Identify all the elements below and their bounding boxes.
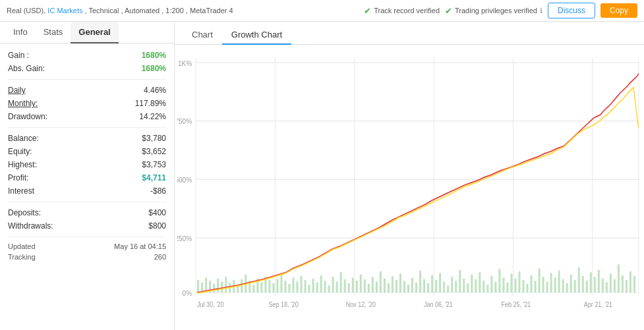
svg-rect-121 xyxy=(610,274,612,292)
svg-rect-87 xyxy=(475,279,477,292)
svg-rect-51 xyxy=(332,277,334,292)
svg-rect-118 xyxy=(598,270,600,292)
growth-chart-svg: 1K% 750% 500% 250% 0% xyxy=(177,50,640,330)
right-panel: Chart Growth Chart 1K% 750% 500% 250% 0% xyxy=(175,22,644,330)
tracking-label: Tracking xyxy=(8,253,36,261)
volume-bars xyxy=(197,264,635,292)
gain-row: Gain : 1680% xyxy=(8,49,166,62)
daily-label[interactable]: Daily xyxy=(8,86,26,95)
svg-rect-122 xyxy=(614,279,616,292)
svg-rect-40 xyxy=(288,284,290,292)
gain-value: 1680% xyxy=(142,51,166,60)
withdrawals-value: $800 xyxy=(148,221,166,231)
svg-rect-99 xyxy=(522,280,524,292)
svg-rect-41 xyxy=(292,278,294,292)
divider-1 xyxy=(8,79,166,80)
chart-tab-chart[interactable]: Chart xyxy=(183,26,222,45)
tracking-row: Tracking 260 xyxy=(8,252,166,262)
drawdown-row: Drawdown: 14.22% xyxy=(8,110,166,123)
svg-rect-108 xyxy=(558,271,560,292)
svg-text:Apr 21, '21: Apr 21, '21 xyxy=(584,301,612,309)
balance-row: Balance: $3,780 xyxy=(8,132,166,145)
deposits-label: Deposits: xyxy=(8,208,41,217)
svg-rect-43 xyxy=(301,276,303,292)
svg-rect-54 xyxy=(344,279,346,292)
svg-rect-58 xyxy=(360,275,362,292)
svg-rect-117 xyxy=(594,277,596,292)
check-icon-1: ✔ xyxy=(364,6,371,16)
tab-info[interactable]: Info xyxy=(5,22,36,43)
tab-stats[interactable]: Stats xyxy=(36,22,71,43)
svg-rect-65 xyxy=(388,283,390,292)
svg-rect-24 xyxy=(225,277,227,292)
svg-rect-92 xyxy=(494,281,496,292)
withdrawals-row: Withdrawals: $800 xyxy=(8,219,166,233)
updated-label: Updated xyxy=(8,242,36,250)
info-icon: ℹ xyxy=(540,7,542,15)
discuss-button[interactable]: Discuss xyxy=(548,3,595,18)
svg-rect-77 xyxy=(435,280,437,292)
svg-rect-68 xyxy=(399,274,401,292)
svg-rect-71 xyxy=(411,278,413,292)
svg-rect-67 xyxy=(395,280,397,292)
svg-text:0%: 0% xyxy=(183,289,192,297)
svg-rect-103 xyxy=(539,268,541,292)
svg-rect-72 xyxy=(415,283,417,292)
ic-markets-link[interactable]: IC Markets xyxy=(47,7,82,14)
tab-general[interactable]: General xyxy=(71,22,118,43)
svg-rect-79 xyxy=(443,281,445,292)
account-info: Real (USD), IC Markets , Technical , Aut… xyxy=(7,7,233,14)
svg-rect-74 xyxy=(423,279,425,292)
svg-rect-52 xyxy=(336,281,338,292)
svg-rect-37 xyxy=(276,279,278,292)
svg-rect-53 xyxy=(340,272,342,292)
svg-rect-84 xyxy=(463,279,465,292)
profit-value: $4,711 xyxy=(142,173,166,182)
deposits-value: $400 xyxy=(148,208,166,217)
equity-value: $3,652 xyxy=(142,147,166,156)
interest-row: Interest -$86 xyxy=(8,184,166,198)
svg-rect-124 xyxy=(622,275,624,292)
divider-3 xyxy=(8,202,166,202)
svg-rect-101 xyxy=(531,275,533,292)
svg-text:Nov 12, '20: Nov 12, '20 xyxy=(346,301,376,309)
trading-privileges-badge: ✔ Trading privileges verified ℹ xyxy=(445,6,542,16)
monthly-label[interactable]: Monthly: xyxy=(8,99,38,108)
left-panel: Info Stats General Gain : 1680% Abs. Gai… xyxy=(0,22,175,330)
svg-rect-47 xyxy=(316,283,318,292)
top-bar: Real (USD), IC Markets , Technical , Aut… xyxy=(0,0,644,22)
svg-rect-57 xyxy=(356,281,358,292)
svg-rect-123 xyxy=(618,264,620,292)
balance-label: Balance: xyxy=(8,134,39,143)
trading-privileges-text: Trading privileges verified xyxy=(455,7,537,14)
svg-rect-44 xyxy=(305,280,307,292)
svg-rect-50 xyxy=(328,285,330,292)
svg-rect-70 xyxy=(407,285,409,292)
daily-value: 4.46% xyxy=(144,86,166,95)
svg-rect-97 xyxy=(514,279,516,292)
svg-rect-42 xyxy=(297,281,299,292)
svg-rect-76 xyxy=(431,275,433,292)
svg-rect-114 xyxy=(582,276,584,292)
highest-label: Highest: xyxy=(8,160,37,169)
equity-row: Equity: $3,652 xyxy=(8,145,166,158)
svg-rect-35 xyxy=(268,280,270,292)
svg-rect-22 xyxy=(217,279,219,292)
svg-rect-100 xyxy=(527,284,529,292)
svg-rect-17 xyxy=(197,280,199,292)
svg-rect-120 xyxy=(606,283,608,292)
svg-rect-125 xyxy=(626,280,628,292)
svg-rect-21 xyxy=(213,284,215,292)
track-record-text: Track record verified xyxy=(374,7,440,14)
copy-button[interactable]: Copy xyxy=(600,3,637,18)
chart-tab-growth[interactable]: Growth Chart xyxy=(222,26,291,45)
svg-text:Jan 06, '21: Jan 06, '21 xyxy=(424,301,453,309)
svg-rect-60 xyxy=(368,284,370,292)
svg-rect-75 xyxy=(427,283,429,292)
svg-rect-89 xyxy=(483,281,484,292)
abs-gain-row: Abs. Gain: 1680% xyxy=(8,62,166,75)
svg-rect-45 xyxy=(308,285,310,292)
svg-rect-95 xyxy=(506,283,508,292)
svg-rect-106 xyxy=(550,273,552,292)
updated-row: Updated May 16 at 04:15 xyxy=(8,241,166,252)
